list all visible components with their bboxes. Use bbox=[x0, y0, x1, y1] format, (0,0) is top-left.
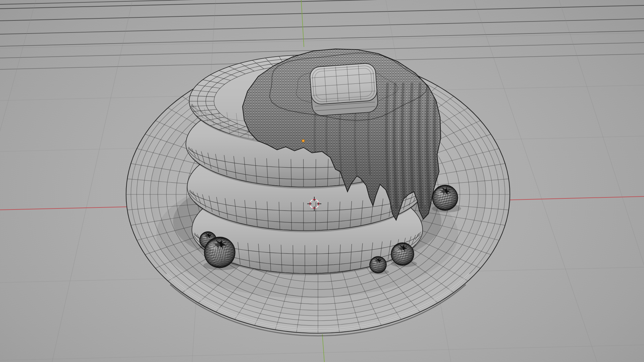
butter-cube[interactable] bbox=[309, 63, 378, 116]
3d-viewport[interactable] bbox=[0, 0, 644, 362]
object-origin-dot bbox=[302, 139, 305, 142]
